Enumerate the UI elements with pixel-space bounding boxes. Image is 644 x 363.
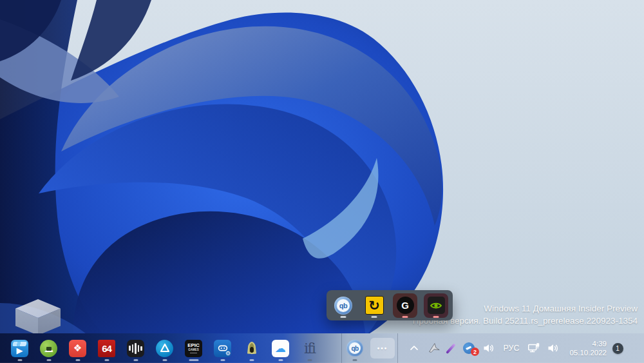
film-strip [12,342,26,346]
games-text: GAMES [188,348,199,351]
ifi-icon: ifi [304,341,315,356]
logitech-tile: G [393,293,417,318]
tray-cursor-app[interactable] [425,341,443,355]
tray-messenger-app[interactable]: 2 [459,342,479,354]
indicator-dash [372,316,377,318]
taskbar-app-epic-games[interactable]: EPIC GAMES [179,333,208,363]
taskbar-app-green-cloud[interactable]: ☁ [34,333,63,363]
triangle-knot-icon [156,340,173,357]
ethernet-icon [527,341,541,355]
running-indicator [307,359,312,361]
language-label: РУС [499,344,523,353]
notification-center-button[interactable]: 1 [609,343,626,354]
taskbar-apps: ▶ ☁ ❖ 64 [5,333,324,363]
qbittorrent-icon: qb [346,340,363,357]
system-volume[interactable] [544,342,563,355]
sync-arrows-icon: ↻ [365,296,384,315]
network-status[interactable] [524,341,544,355]
running-indicator [133,359,138,361]
epic-underline [190,353,197,354]
green-cloud-icon: ☁ [40,340,57,357]
clock-time: 4:39 [565,339,607,348]
gear-icon: ⚙ [225,351,231,357]
running-indicator [162,359,167,361]
running-indicator [189,359,198,361]
tray-divider [397,333,398,363]
qbittorrent-icon: qb [334,297,352,315]
cube-watermark-logo [15,299,61,335]
64-icon: 64 [98,340,115,357]
taskbar-app-movies-tv[interactable]: ▶ [5,333,34,363]
anydesk-icon: ❖ [69,340,86,357]
robed-figure-icon [243,340,260,357]
notification-count-badge: 1 [612,343,623,354]
flyout-sync-utility-icon[interactable]: ↻ [361,291,387,319]
flyout-qbittorrent-icon[interactable]: qb [330,291,356,319]
flyout-nvidia-icon[interactable] [423,291,449,319]
system-tray: qb ••• 2 [341,333,644,363]
tray-pen-app[interactable] [443,342,459,355]
equalizer-icon [127,340,144,357]
clock[interactable]: 4:39 05.10.2022 [563,339,609,357]
nvidia-tile [424,293,448,318]
play-icon: ▶ [17,346,23,355]
running-indicator [278,359,283,361]
taskbar: ▶ ☁ ❖ 64 [0,333,644,363]
ellipsis-icon: ••• [370,338,395,358]
taskbar-app-gamepad[interactable]: ⚙ [208,333,237,363]
gamepad-icon: ⚙ [214,340,231,357]
indicator-dash [341,316,346,318]
language-indicator[interactable]: РУС [498,344,524,353]
running-indicator [46,359,51,361]
epic-text: EPIC [187,343,200,348]
notification-badge-2: 2 [471,348,479,356]
running-indicator [220,359,225,361]
running-indicator [17,359,22,361]
taskbar-app-ifi[interactable]: ifi [295,333,324,363]
nvidia-eye-icon [428,297,445,314]
chevron-up-icon [408,342,421,355]
running-indicator [249,359,254,361]
taskbar-app-icloud[interactable]: ☁ [266,333,295,363]
taskbar-app-64[interactable]: 64 [92,333,121,363]
taskbar-app-equalizer[interactable] [121,333,150,363]
running-indicator [75,359,80,361]
logitech-g-icon: G [397,297,414,314]
messenger-icon: 2 [463,342,475,354]
tray-chevron-up[interactable] [403,342,425,355]
taskbar-app-robed-figure[interactable] [237,333,266,363]
cursor-jet-icon [427,341,441,355]
movies-tv-icon: ▶ [11,340,28,357]
tray-volume-app[interactable] [479,342,498,355]
taskbar-app-triangle-knot[interactable] [150,333,179,363]
indicator-dash [433,316,439,318]
running-indicator [104,359,109,361]
speaker-icon [482,342,495,355]
epic-games-icon: EPIC GAMES [185,340,202,357]
running-indicator [353,359,357,361]
flyout-logitech-ghub-icon[interactable]: G [392,291,418,319]
indicator-dash [402,316,408,318]
taskbar-app-anydesk[interactable]: ❖ [63,333,92,363]
tray-overflow-button[interactable]: ••• [368,338,397,358]
camera-glyph [46,347,52,351]
tray-qbittorrent[interactable]: qb [342,333,368,363]
pen-icon [446,343,455,353]
tray-overflow-flyout: qb ↻ G [327,290,453,320]
icloud-icon: ☁ [272,340,289,357]
clock-date: 05.10.2022 [565,348,607,357]
speaker-icon [547,342,560,355]
